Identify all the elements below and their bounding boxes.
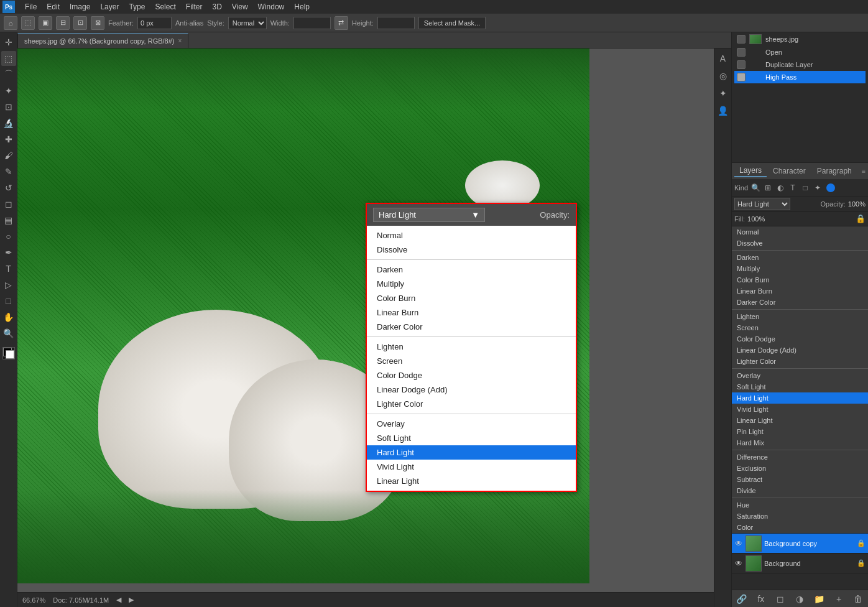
blend-item-lighter-color[interactable]: Lighter Color xyxy=(367,397,576,411)
brush-tool-icon[interactable]: 🖌 xyxy=(1,148,16,163)
menu-file[interactable]: File xyxy=(22,1,39,12)
swap-wh-icon[interactable]: ⇄ xyxy=(335,16,348,30)
panel-blend-lighter-color[interactable]: Lighter Color xyxy=(732,356,868,367)
nav-arrow-right[interactable]: ▶ xyxy=(129,596,134,604)
nav-arrow-left[interactable]: ◀ xyxy=(116,596,121,604)
feather-input[interactable] xyxy=(137,17,172,29)
panel-blend-soft-light[interactable]: Soft Light xyxy=(732,381,868,392)
rect-option-icon[interactable]: ▣ xyxy=(39,16,52,30)
style-select[interactable]: Normal xyxy=(228,17,267,29)
height-input[interactable] xyxy=(377,17,415,29)
circle-icon[interactable]: ◎ xyxy=(716,68,731,83)
history-item-open[interactable]: Open xyxy=(734,46,866,58)
panel-blend-lighten[interactable]: Lighten xyxy=(732,311,868,322)
tab-character[interactable]: Character xyxy=(768,165,811,177)
panel-blend-color-burn[interactable]: Color Burn xyxy=(732,274,868,285)
panel-blend-subtract[interactable]: Subtract xyxy=(732,474,868,485)
select-mask-button[interactable]: Select and Mask... xyxy=(418,17,486,29)
document-tab[interactable]: sheeps.jpg @ 66.7% (Background copy, RGB… xyxy=(17,33,188,48)
fill-value[interactable]: 100% xyxy=(747,215,765,223)
panel-blend-linear-dodge-add[interactable]: Linear Dodge (Add) xyxy=(732,345,868,356)
layers-panel-menu-icon[interactable]: ≡ xyxy=(862,167,866,175)
blend-mode-display[interactable]: Hard Light ▼ xyxy=(373,208,485,222)
history-item-highpass[interactable]: High Pass xyxy=(734,71,866,83)
menu-help[interactable]: Help xyxy=(292,1,312,12)
add-layer-icon[interactable]: + xyxy=(833,593,845,605)
blend-item-screen[interactable]: Screen xyxy=(367,354,576,368)
layer-visibility-icon[interactable]: 👁 xyxy=(734,539,743,548)
blend-item-dissolve[interactable]: Dissolve xyxy=(367,243,576,257)
blend-item-linear-burn[interactable]: Linear Burn xyxy=(367,305,576,320)
close-tab-icon[interactable]: × xyxy=(178,37,182,44)
blend-item-color-burn[interactable]: Color Burn xyxy=(367,291,576,305)
panel-blend-darken[interactable]: Darken xyxy=(732,252,868,263)
blend-item-linear-light[interactable]: Linear Light xyxy=(367,474,576,488)
text-tool-icon[interactable]: T xyxy=(1,261,16,276)
add-mask-icon[interactable]: ◻ xyxy=(774,593,787,605)
home-icon[interactable]: ⌂ xyxy=(4,16,17,30)
kind-filter-icon[interactable]: 🔍 xyxy=(750,183,760,193)
zoom-tool-icon[interactable]: 🔍 xyxy=(1,326,16,341)
blend-item-soft-light[interactable]: Soft Light xyxy=(367,431,576,445)
blend-item-darker-color[interactable]: Darker Color xyxy=(367,320,576,334)
blend-mode-select[interactable]: Hard Light xyxy=(734,198,790,210)
marquee-tool-icon[interactable]: ⬚ xyxy=(21,16,35,30)
smart-filter-icon[interactable]: ✦ xyxy=(813,183,823,193)
menu-filter[interactable]: Filter xyxy=(183,1,205,12)
panel-blend-multiply[interactable]: Multiply xyxy=(732,263,868,274)
blend-item-hard-light[interactable]: Hard Light xyxy=(367,445,576,460)
panel-blend-color[interactable]: Color xyxy=(732,522,868,533)
pixel-filter-icon[interactable]: ⊞ xyxy=(763,183,773,193)
blend-item-darken[interactable]: Darken xyxy=(367,262,576,277)
history-brush-icon[interactable]: ↺ xyxy=(1,180,16,195)
menu-layer[interactable]: Layer xyxy=(98,1,121,12)
opacity-value[interactable]: 100% xyxy=(848,200,866,208)
filter-toggle[interactable] xyxy=(826,183,835,192)
panel-blend-exclusion[interactable]: Exclusion xyxy=(732,463,868,474)
panel-blend-color-dodge[interactable]: Color Dodge xyxy=(732,333,868,345)
layer-item-bg[interactable]: 👁 Background 🔒 xyxy=(732,554,868,573)
panel-blend-linear-burn[interactable]: Linear Burn xyxy=(732,285,868,297)
tab-layers[interactable]: Layers xyxy=(734,165,767,177)
add-group-icon[interactable]: 📁 xyxy=(813,593,826,605)
add-adjustment-icon[interactable]: ◑ xyxy=(793,593,806,605)
exclude-icon[interactable]: ⊠ xyxy=(91,16,104,30)
eraser-tool-icon[interactable]: ◻ xyxy=(1,197,16,211)
panel-blend-vivid-light[interactable]: Vivid Light xyxy=(732,404,868,415)
menu-edit[interactable]: Edit xyxy=(44,1,62,12)
panel-blend-dissolve[interactable]: Dissolve xyxy=(732,238,868,249)
font-icon[interactable]: A xyxy=(716,51,731,66)
eyedropper-icon[interactable]: 🔬 xyxy=(1,116,16,131)
marquee-tool-left-icon[interactable]: ⬚ xyxy=(1,51,16,66)
menu-view[interactable]: View xyxy=(229,1,251,12)
panel-blend-hard-light[interactable]: Hard Light xyxy=(732,392,868,404)
menu-type[interactable]: Type xyxy=(126,1,147,12)
blend-item-overlay[interactable]: Overlay xyxy=(367,417,576,431)
panel-blend-hard-mix[interactable]: Hard Mix xyxy=(732,437,868,448)
healing-brush-icon[interactable]: ✚ xyxy=(1,132,16,147)
menu-3d[interactable]: 3D xyxy=(210,1,224,12)
link-layers-icon[interactable]: 🔗 xyxy=(736,593,748,605)
menu-select[interactable]: Select xyxy=(152,1,178,12)
rectangle-tool-icon[interactable]: □ xyxy=(1,294,16,308)
blend-item-lighten[interactable]: Lighten xyxy=(367,340,576,354)
panel-blend-difference[interactable]: Difference xyxy=(732,452,868,463)
width-input[interactable] xyxy=(293,17,331,29)
blend-item-vivid-light[interactable]: Vivid Light xyxy=(367,460,576,474)
panel-blend-hue[interactable]: Hue xyxy=(732,499,868,511)
pen-tool-icon[interactable]: ✒ xyxy=(1,245,16,260)
blend-item-normal[interactable]: Normal xyxy=(367,228,576,243)
lasso-tool-icon[interactable]: ⌒ xyxy=(1,67,16,82)
gradient-tool-icon[interactable]: ▤ xyxy=(1,213,16,228)
crop-tool-icon[interactable]: ⊡ xyxy=(1,100,16,114)
shape-filter-icon[interactable]: □ xyxy=(800,183,810,193)
blend-item-color-dodge[interactable]: Color Dodge xyxy=(367,368,576,382)
history-item-file[interactable]: sheeps.jpg xyxy=(734,32,866,46)
delete-layer-icon[interactable]: 🗑 xyxy=(852,593,864,605)
panel-blend-overlay[interactable]: Overlay xyxy=(732,370,868,381)
hand-tool-icon[interactable]: ✋ xyxy=(1,310,16,325)
tab-paragraph[interactable]: Paragraph xyxy=(812,165,857,177)
add-style-icon[interactable]: fx xyxy=(755,593,767,605)
blend-item-linear-dodge[interactable]: Linear Dodge (Add) xyxy=(367,382,576,397)
panel-blend-linear-light[interactable]: Linear Light xyxy=(732,415,868,426)
